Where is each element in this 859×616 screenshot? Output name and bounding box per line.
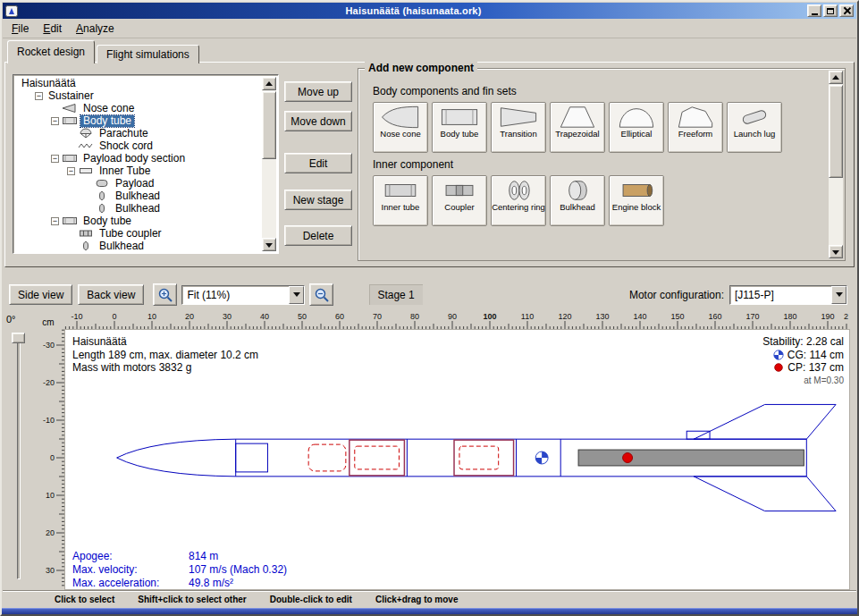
chevron-down-icon[interactable]	[831, 286, 846, 304]
zoom-in-button[interactable]	[153, 283, 177, 306]
component-scrollbar-thumb[interactable]	[829, 85, 843, 178]
component-button-transition[interactable]: Transition	[491, 102, 546, 153]
tree-item-haisun-t[interactable]: Haisunäätä	[15, 77, 262, 89]
tree-item-label: Payload body section	[80, 153, 188, 165]
component-button-elliptical[interactable]: Elliptical	[609, 102, 664, 153]
tree-item-body-tube[interactable]: −Body tube	[15, 114, 262, 127]
tree-item-body-tube[interactable]: −Body tube	[15, 215, 262, 227]
tree-action-buttons: Move up Move down Edit New stage Delete	[284, 80, 354, 250]
apogee-label: Apogee:	[72, 550, 189, 563]
tree-item-inner-tube[interactable]: −Inner Tube	[15, 165, 262, 177]
rotation-slider-track[interactable]	[17, 336, 21, 579]
motor-configuration-select[interactable]: [J115-P]	[729, 285, 847, 305]
bodytube-icon	[62, 215, 78, 226]
bodytube-icon	[438, 105, 481, 130]
tree-item-sustainer[interactable]: −Sustainer	[15, 89, 262, 102]
edit-button[interactable]: Edit	[284, 153, 352, 173]
zoom-level-select[interactable]: Fit (11%)	[181, 285, 305, 305]
tree-expander[interactable]: −	[51, 155, 59, 163]
delete-button[interactable]: Delete	[284, 225, 352, 246]
svg-text:170: 170	[745, 312, 759, 321]
max-acceleration-value: 49.8 m/s²	[189, 577, 233, 589]
component-button-label: Bulkhead	[560, 203, 595, 212]
cg-icon	[773, 350, 784, 360]
component-button-launch-lug[interactable]: Launch lug	[727, 102, 782, 153]
tree-item-bulkhead[interactable]: Bulkhead	[15, 202, 262, 215]
component-button-coupler[interactable]: Coupler	[432, 175, 487, 226]
rocket-figure-canvas[interactable]: Haisunäätä Length 189 cm, max. diameter …	[64, 329, 850, 590]
close-button[interactable]	[839, 4, 854, 17]
tree-item-parachute[interactable]: Parachute	[15, 127, 262, 139]
elliptical-icon	[615, 105, 658, 130]
zoom-out-button[interactable]	[309, 283, 333, 306]
component-button-bulkhead[interactable]: Bulkhead	[550, 175, 605, 226]
bulkhead-icon	[78, 240, 94, 251]
tree-item-nose-cone[interactable]: Nose cone	[15, 102, 262, 114]
tree-item-payload[interactable]: Payload	[15, 177, 262, 190]
move-down-button[interactable]: Move down	[284, 111, 352, 131]
chevron-down-icon[interactable]	[289, 286, 304, 304]
move-up-button[interactable]: Move up	[284, 81, 352, 102]
innertube-icon	[379, 178, 422, 203]
svg-text:80: 80	[410, 312, 419, 321]
component-tree[interactable]: Haisunäätä−SustainerNose cone−Body tubeP…	[13, 74, 279, 254]
component-button-inner-tube[interactable]: Inner tube	[373, 175, 428, 226]
new-stage-button[interactable]: New stage	[284, 190, 352, 210]
component-button-engine-block[interactable]: Engine block	[609, 175, 664, 226]
component-button-label: Body tube	[441, 130, 479, 139]
side-view-button[interactable]: Side view	[9, 284, 72, 305]
flight-info: Apogee:814 m Max. velocity:107 m/s (Mach…	[72, 550, 287, 590]
tree-item-label: Bulkhead	[113, 190, 163, 202]
component-panel-scrollbar[interactable]	[829, 71, 843, 258]
menu-edit[interactable]: Edit	[36, 20, 69, 38]
component-button-trapezoidal[interactable]: Trapezoidal	[550, 102, 605, 153]
component-button-label: Nose cone	[380, 130, 420, 139]
tab-rocket-design[interactable]: Rocket design	[7, 40, 95, 63]
parachute-icon	[78, 128, 94, 139]
tree-scrollbar-thumb[interactable]	[262, 91, 276, 159]
scroll-down-button[interactable]	[262, 238, 276, 251]
scroll-up-button[interactable]	[829, 71, 843, 84]
tree-item-label: Parachute	[97, 128, 151, 139]
minimize-button[interactable]	[807, 4, 821, 17]
tree-item-label: Nose cone	[80, 103, 137, 114]
nosecone-icon	[62, 103, 78, 114]
svg-text:10: 10	[46, 491, 55, 500]
hint-click-drag: Click+drag to move	[375, 595, 459, 604]
tree-item-bulkhead[interactable]: Bulkhead	[15, 240, 262, 251]
tree-item-tube-coupler[interactable]: Tube coupler	[15, 227, 262, 240]
tree-expander[interactable]: −	[67, 167, 75, 175]
menu-file[interactable]: File	[4, 20, 36, 38]
svg-text:150: 150	[670, 312, 684, 321]
max-velocity-label: Max. velocity:	[72, 563, 189, 577]
svg-text:40: 40	[260, 312, 269, 321]
tree-item-payload-body-section[interactable]: −Payload body section	[15, 152, 262, 165]
component-button-freeform[interactable]: Freeform	[668, 102, 723, 153]
back-view-button[interactable]: Back view	[78, 284, 144, 305]
titlebar[interactable]: Haisunäätä (haisunaata.ork)	[3, 3, 856, 19]
motor-block	[578, 450, 804, 466]
svg-text:-20: -20	[43, 378, 55, 387]
scroll-down-button[interactable]	[829, 245, 843, 258]
engineblock-icon	[615, 178, 658, 203]
tree-expander[interactable]: −	[51, 117, 59, 125]
component-button-nose-cone[interactable]: Nose cone	[373, 102, 428, 153]
rotation-slider-handle[interactable]	[12, 333, 25, 343]
stage-1-toggle[interactable]: Stage 1	[369, 284, 422, 305]
component-button-body-tube[interactable]: Body tube	[432, 102, 487, 153]
tree-expander[interactable]: −	[35, 92, 43, 100]
maximize-icon	[827, 8, 834, 14]
menu-analyze[interactable]: Analyze	[69, 20, 122, 38]
mach-condition: at M=0.30	[804, 375, 844, 388]
tab-flight-simulations[interactable]: Flight simulations	[97, 45, 199, 63]
scroll-up-button[interactable]	[262, 77, 276, 90]
tree-item-bulkhead[interactable]: Bulkhead	[15, 190, 262, 202]
tree-expander[interactable]: −	[51, 217, 59, 225]
innertube-icon	[78, 165, 94, 176]
component-button-centering-ring[interactable]: Centering ring	[491, 175, 546, 226]
tree-item-shock-cord[interactable]: Shock cord	[15, 139, 262, 152]
tree-item-label: Body tube	[80, 115, 134, 127]
window-title: Haisunäätä (haisunaata.ork)	[21, 5, 805, 16]
maximize-button[interactable]	[823, 4, 838, 17]
tree-scrollbar[interactable]	[262, 77, 276, 251]
